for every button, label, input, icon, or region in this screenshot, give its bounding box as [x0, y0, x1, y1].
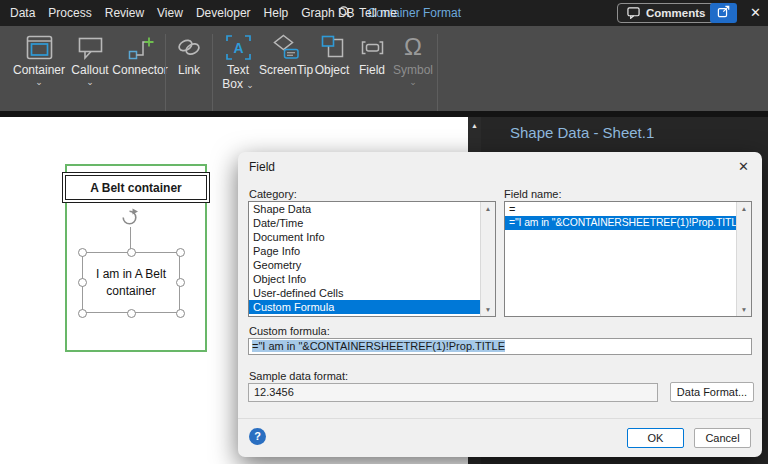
- category-item[interactable]: Date/Time: [249, 216, 480, 230]
- category-item[interactable]: Document Info: [249, 230, 480, 244]
- scroll-up-icon[interactable]: ▲: [471, 122, 478, 129]
- menu-developer[interactable]: Developer: [196, 6, 251, 20]
- menu-bar: Data Process Review View Developer Help …: [0, 0, 768, 26]
- category-item[interactable]: Geometry: [249, 258, 480, 272]
- callout-icon: [77, 31, 104, 63]
- field-name-label: Field name:: [504, 188, 561, 200]
- share-button[interactable]: [710, 3, 737, 23]
- selection-handle[interactable]: [127, 248, 136, 257]
- chevron-down-icon: ⌄: [409, 78, 417, 86]
- cancel-button[interactable]: Cancel: [694, 428, 751, 448]
- field-name-list-scrollbar[interactable]: ▲ ▼: [736, 202, 751, 316]
- tell-me[interactable]: Tell me: [338, 0, 397, 26]
- scroll-down-icon[interactable]: ▼: [741, 306, 747, 313]
- window-close-icon[interactable]: ✕: [750, 5, 761, 20]
- sample-data-format-label: Sample data format:: [249, 370, 348, 382]
- symbol-label: Symbol: [393, 63, 433, 77]
- field-name-item-selected[interactable]: ="I am in "&CONTAINERSHEETREF(1)!Prop.TI…: [505, 216, 736, 230]
- chevron-down-icon: ⌄: [246, 80, 254, 90]
- screentip-button[interactable]: ScreenTip: [258, 31, 314, 77]
- selection-handle[interactable]: [176, 309, 185, 318]
- share-icon: [717, 5, 730, 21]
- container-icon: [26, 31, 53, 63]
- text-box-button[interactable]: A Text Box ⌄: [217, 31, 259, 91]
- field-dialog: Field ✕ Category: Shape Data Date/Time D…: [238, 152, 762, 457]
- ribbon: Container ⌄ Callout ⌄ Connector Link A T…: [0, 26, 768, 111]
- comments-label: Comments: [646, 7, 705, 19]
- selected-shape[interactable]: I am in A Belt container: [82, 252, 180, 313]
- custom-formula-selected-text: ="I am in "&CONTAINERSHEETREF(1)!Prop.TI…: [252, 340, 505, 352]
- callout-label: Callout: [71, 63, 108, 77]
- custom-formula-input[interactable]: ="I am in "&CONTAINERSHEETREF(1)!Prop.TI…: [248, 338, 752, 355]
- selection-handle[interactable]: [78, 248, 87, 257]
- link-button[interactable]: Link: [168, 31, 210, 77]
- menu-view[interactable]: View: [157, 6, 183, 20]
- data-format-button[interactable]: Data Format...: [670, 382, 754, 402]
- category-item[interactable]: User-defined Cells: [249, 286, 480, 300]
- text-box-label-line2: Box ⌄: [222, 77, 254, 91]
- selection-handle[interactable]: [176, 248, 185, 257]
- comments-button[interactable]: Comments: [617, 3, 715, 23]
- screentip-icon: [273, 31, 300, 63]
- menu-process[interactable]: Process: [48, 6, 91, 20]
- category-item[interactable]: Shape Data: [249, 202, 480, 216]
- container-label: Container: [13, 63, 65, 77]
- chevron-down-icon: ⌄: [35, 78, 43, 86]
- custom-formula-label: Custom formula:: [249, 325, 330, 337]
- belt-container-title: A Belt container: [65, 175, 207, 200]
- field-button[interactable]: Field: [352, 31, 392, 77]
- selection-handle[interactable]: [78, 278, 87, 287]
- link-label: Link: [178, 63, 200, 77]
- search-icon: [338, 5, 352, 22]
- field-name-listbox[interactable]: = ="I am in "&CONTAINERSHEETREF(1)!Prop.…: [504, 201, 752, 317]
- screentip-label: ScreenTip: [259, 63, 313, 77]
- svg-text:A: A: [233, 39, 243, 55]
- category-item[interactable]: Page Info: [249, 244, 480, 258]
- ok-button[interactable]: OK: [627, 428, 684, 448]
- panel-title: Shape Data - Sheet.1: [510, 124, 654, 141]
- field-icon: [359, 31, 386, 63]
- field-name-item[interactable]: =: [505, 202, 736, 216]
- dialog-close-icon[interactable]: ✕: [738, 159, 749, 174]
- callout-button[interactable]: Callout ⌄: [66, 31, 114, 86]
- connector-label: Connector: [112, 63, 167, 77]
- category-list-scrollbar[interactable]: ▲ ▼: [480, 202, 495, 316]
- help-icon[interactable]: ?: [249, 428, 266, 445]
- tell-me-label: Tell me: [359, 6, 397, 20]
- symbol-button: Ω Symbol ⌄: [392, 31, 434, 86]
- category-item-selected[interactable]: Custom Formula: [249, 300, 480, 314]
- text-box-label-line1: Text: [227, 63, 249, 77]
- selection-handle[interactable]: [78, 309, 87, 318]
- menu-help[interactable]: Help: [264, 6, 289, 20]
- container-button[interactable]: Container ⌄: [10, 31, 68, 86]
- connector-icon: [127, 31, 154, 63]
- scroll-down-icon[interactable]: ▼: [485, 306, 491, 313]
- object-button[interactable]: Object: [312, 31, 352, 77]
- category-label: Category:: [249, 188, 297, 200]
- field-label: Field: [359, 63, 385, 77]
- category-listbox[interactable]: Shape Data Date/Time Document Info Page …: [248, 201, 496, 317]
- object-icon: [319, 31, 346, 63]
- category-item[interactable]: Object Info: [249, 272, 480, 286]
- dialog-footer-separator: [238, 418, 762, 419]
- comment-icon: [627, 6, 640, 21]
- scroll-up-icon[interactable]: ▲: [741, 205, 747, 212]
- belt-container-header[interactable]: A Belt container: [62, 172, 210, 203]
- symbol-icon: Ω: [404, 31, 422, 63]
- text-box-icon: A: [225, 31, 252, 63]
- scroll-up-icon[interactable]: ▲: [485, 205, 491, 212]
- selected-shape-text: I am in A Belt container: [88, 266, 174, 298]
- chevron-down-icon: ⌄: [86, 78, 94, 86]
- menu-data[interactable]: Data: [10, 6, 35, 20]
- selection-handle[interactable]: [127, 309, 136, 318]
- menu-review[interactable]: Review: [105, 6, 144, 20]
- link-icon: [175, 31, 203, 63]
- sample-data-format-field: 12.3456: [248, 383, 658, 402]
- connector-button[interactable]: Connector: [112, 31, 168, 77]
- dialog-title: Field: [249, 160, 275, 174]
- object-label: Object: [315, 63, 350, 77]
- selection-handle[interactable]: [176, 278, 185, 287]
